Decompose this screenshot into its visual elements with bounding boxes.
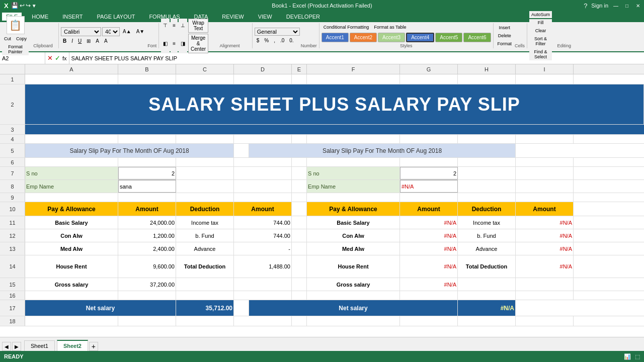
format-as-table-btn[interactable]: Format as Table	[372, 24, 408, 31]
tab-developer[interactable]: DEVELOPER	[282, 13, 324, 21]
cell-reference[interactable]: A2	[0, 52, 45, 64]
accent4-btn[interactable]: Accent4	[406, 33, 434, 42]
cell-F6[interactable]	[307, 158, 400, 166]
cell-H11[interactable]: Income tax	[458, 216, 516, 229]
col-header-E[interactable]: E	[292, 64, 307, 74]
cell-left-net-label[interactable]: Net salary	[25, 300, 176, 316]
cell-G6[interactable]	[400, 158, 458, 166]
cell-B1[interactable]	[118, 74, 176, 84]
cut-button[interactable]: Cut	[2, 35, 13, 42]
cell-B15[interactable]: 37,200.00	[118, 278, 176, 291]
cell-C10-ded-header[interactable]: Deduction	[176, 202, 234, 216]
tab-home[interactable]: HOME	[28, 13, 52, 21]
cell-C14[interactable]: Total Deduction	[176, 255, 234, 278]
currency-btn[interactable]: $	[255, 37, 262, 44]
cell-H14[interactable]: Total Deduction	[458, 255, 516, 278]
cell-C9[interactable]	[176, 193, 234, 202]
cell-H15[interactable]	[458, 278, 516, 291]
cell-B10-amt-header[interactable]: Amount	[118, 202, 176, 216]
cell-B7-sno-value[interactable]: 2	[118, 167, 176, 179]
cell-H16[interactable]	[458, 291, 516, 300]
fill-color-btn[interactable]: A	[94, 37, 101, 45]
decrease-font-btn[interactable]: A▼	[134, 28, 147, 35]
cell-F4[interactable]	[307, 135, 400, 143]
sign-in[interactable]: Sign in	[591, 3, 608, 9]
cell-I4[interactable]	[516, 135, 574, 143]
cell-H3[interactable]	[458, 125, 516, 134]
cell-E12[interactable]	[292, 229, 307, 242]
cell-F12[interactable]: Con Alw	[307, 229, 400, 242]
accent6-btn[interactable]: Accent6	[463, 33, 491, 42]
cell-E7[interactable]	[292, 167, 307, 179]
cell-B13[interactable]: 2,400.00	[118, 242, 176, 255]
cell-F1[interactable]	[307, 74, 400, 84]
cell-G9[interactable]	[400, 193, 458, 202]
cell-I18[interactable]	[516, 316, 574, 326]
cell-C12[interactable]: b. Fund	[176, 229, 234, 242]
number-format-select[interactable]: General	[255, 28, 300, 36]
accent1-btn[interactable]: Accent1	[321, 33, 349, 42]
cell-F7-sno-label[interactable]: S no	[307, 167, 400, 179]
quick-access-save[interactable]: 💾	[11, 2, 19, 9]
comma-btn[interactable]: ,	[272, 37, 277, 44]
cell-G3[interactable]	[400, 125, 458, 134]
cell-A14[interactable]: House Rent	[25, 255, 118, 278]
cell-G8-empname-value[interactable]: #N/A	[400, 180, 458, 193]
cell-A3[interactable]	[25, 125, 118, 134]
cell-F16[interactable]	[307, 291, 400, 300]
add-sheet-btn[interactable]: +	[89, 342, 98, 351]
font-color-btn[interactable]: A	[102, 37, 110, 45]
sort-filter-btn[interactable]: Sort & Filter	[529, 35, 552, 47]
cell-A18[interactable]	[25, 316, 118, 326]
cell-E11[interactable]	[292, 216, 307, 229]
align-center-btn[interactable]: ≡	[171, 34, 178, 53]
cell-B18[interactable]	[118, 316, 176, 326]
cell-I1[interactable]	[516, 74, 574, 84]
cell-left-section-header[interactable]: Salary Slip Pay For The Month OF Aug 201…	[25, 144, 234, 157]
quick-access-redo[interactable]: ↪	[26, 2, 31, 9]
cell-right-section-header[interactable]: Salary Slip Pay For The Month OF Aug 201…	[249, 144, 516, 157]
cell-D1[interactable]	[234, 74, 292, 84]
cell-left-net-amount[interactable]: 35,712.00	[176, 300, 234, 316]
cell-H8[interactable]	[458, 180, 516, 193]
cell-F10-pay-header[interactable]: Pay & Allowance	[307, 202, 400, 216]
align-left-btn[interactable]: ◧	[161, 34, 170, 53]
cell-D14[interactable]: 1,488.00	[234, 255, 292, 278]
increase-decimal-btn[interactable]: .0	[278, 37, 286, 44]
cell-C8[interactable]	[176, 180, 234, 193]
cell-H18[interactable]	[458, 316, 516, 326]
cell-G14[interactable]: #N/A	[400, 255, 458, 278]
cell-G12[interactable]: #N/A	[400, 229, 458, 242]
cell-D18[interactable]	[234, 316, 292, 326]
cell-E5[interactable]	[234, 144, 249, 157]
cell-E9[interactable]	[292, 193, 307, 202]
cell-G10-amt-header[interactable]: Amount	[400, 202, 458, 216]
close-btn[interactable]: ✕	[634, 2, 641, 9]
col-header-I[interactable]: I	[516, 64, 574, 74]
cell-H1[interactable]	[458, 74, 516, 84]
cell-A12[interactable]: Con Alw	[25, 229, 118, 242]
formula-content[interactable]: SALARY SHEET PLUS SALARY PAY SLIP	[69, 55, 644, 61]
cell-D9[interactable]	[234, 193, 292, 202]
cell-B11[interactable]: 24,000.00	[118, 216, 176, 229]
clear-btn[interactable]: Clear	[529, 27, 552, 34]
cell-B8-empname-value[interactable]: sana	[118, 180, 176, 193]
cell-A6[interactable]	[25, 158, 118, 166]
cell-A10-pay-header[interactable]: Pay & Allowance	[25, 202, 118, 216]
cell-E15[interactable]	[292, 278, 307, 291]
cell-D7[interactable]	[234, 167, 292, 179]
sheet-tab-1[interactable]: Sheet1	[24, 340, 55, 351]
cell-C7[interactable]	[176, 167, 234, 179]
format-cell-btn[interactable]: Format	[496, 40, 514, 47]
decrease-decimal-btn[interactable]: 0.	[287, 37, 295, 44]
delete-cell-btn[interactable]: Delete	[496, 32, 513, 39]
cell-I6[interactable]	[516, 158, 574, 166]
cell-right-net-amount[interactable]: #N/A	[458, 300, 516, 316]
cell-C18[interactable]	[176, 316, 234, 326]
cell-F8-empname-label[interactable]: Emp Name	[307, 180, 400, 193]
col-header-G[interactable]: G	[400, 64, 458, 74]
border-btn[interactable]: ⊞	[85, 37, 93, 45]
percent-btn[interactable]: %	[262, 37, 271, 44]
cell-B4[interactable]	[118, 135, 176, 143]
cell-G13[interactable]: #N/A	[400, 242, 458, 255]
